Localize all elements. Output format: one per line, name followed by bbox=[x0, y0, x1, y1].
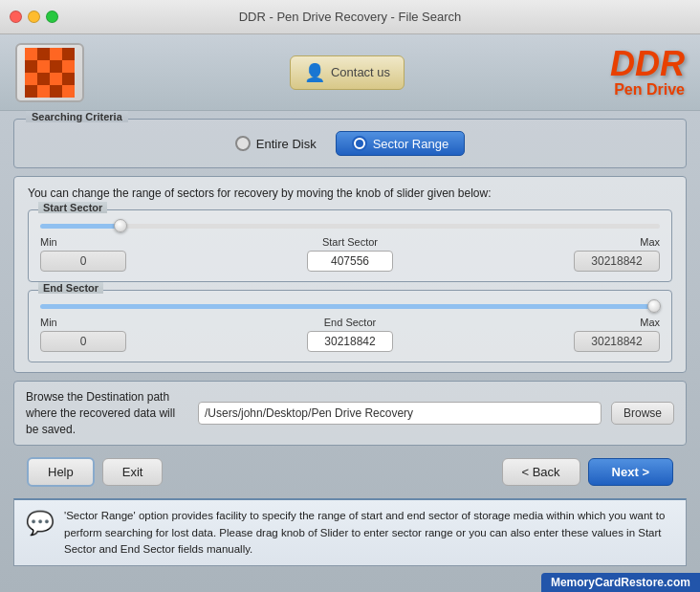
destination-path-display: /Users/john/Desktop/Pen Drive Recovery bbox=[198, 402, 602, 425]
start-value-group: Start Sector bbox=[247, 236, 453, 272]
start-min-label: Min bbox=[40, 236, 247, 248]
end-sector-field-label: End Sector bbox=[324, 317, 376, 328]
contact-label: Contact us bbox=[331, 65, 390, 79]
info-box: 💬 'Sector Range' option provides facilit… bbox=[13, 498, 687, 566]
entire-disk-label: Entire Disk bbox=[256, 137, 317, 151]
end-sector-slider-track[interactable] bbox=[40, 304, 660, 309]
start-sector-knob[interactable] bbox=[114, 219, 127, 232]
watermark: MemoryCardRestore.com bbox=[541, 573, 700, 592]
end-min-input[interactable] bbox=[40, 331, 126, 352]
main-content: 👤 Contact us DDR Pen Drive Searching Cri… bbox=[0, 34, 700, 592]
svg-rect-14 bbox=[37, 85, 50, 98]
start-sector-slider-track[interactable] bbox=[40, 224, 660, 229]
sector-range-button[interactable]: Sector Range bbox=[336, 131, 466, 156]
start-sector-input[interactable] bbox=[307, 251, 393, 272]
sector-info-text: You can change the range of sectors for … bbox=[28, 186, 672, 200]
svg-rect-11 bbox=[50, 73, 62, 85]
search-criteria-section: Searching Criteria Entire Disk Sector Ra… bbox=[13, 119, 687, 168]
bottom-buttons: Help Exit < Back Next > bbox=[13, 453, 687, 491]
svg-rect-8 bbox=[62, 60, 75, 73]
help-button[interactable]: Help bbox=[27, 457, 95, 487]
info-icon: 💬 bbox=[26, 510, 55, 537]
search-criteria-label: Searching Criteria bbox=[26, 111, 128, 122]
end-sector-knob[interactable] bbox=[647, 299, 661, 313]
destination-label: Browse the Destination path where the re… bbox=[26, 389, 188, 437]
browse-button[interactable]: Browse bbox=[611, 402, 674, 425]
brand-sub: Pen Drive bbox=[610, 81, 685, 99]
entire-disk-radio[interactable] bbox=[235, 136, 251, 151]
titlebar: DDR - Pen Drive Recovery - File Search bbox=[0, 0, 700, 34]
svg-rect-3 bbox=[50, 48, 62, 60]
body-panel: Searching Criteria Entire Disk Sector Ra… bbox=[0, 111, 700, 592]
svg-rect-15 bbox=[50, 85, 62, 98]
end-sector-slider-row bbox=[40, 304, 660, 309]
end-min-label: Min bbox=[40, 317, 247, 328]
search-option-row: Entire Disk Sector Range bbox=[30, 131, 670, 156]
start-sector-label: Start Sector bbox=[38, 202, 107, 213]
back-button[interactable]: < Back bbox=[502, 458, 580, 486]
brand: DDR Pen Drive bbox=[610, 47, 685, 99]
maximize-button[interactable] bbox=[46, 11, 58, 23]
close-button[interactable] bbox=[10, 11, 22, 23]
svg-rect-1 bbox=[25, 48, 37, 60]
end-min-group: Min bbox=[40, 317, 247, 352]
info-text: 'Sector Range' option provides facility … bbox=[64, 508, 674, 558]
sector-panel: You can change the range of sectors for … bbox=[13, 176, 687, 373]
header: 👤 Contact us DDR Pen Drive bbox=[0, 34, 700, 111]
svg-rect-12 bbox=[62, 73, 75, 85]
end-sector-fields: Min End Sector Max bbox=[40, 317, 660, 352]
exit-button[interactable]: Exit bbox=[102, 458, 164, 486]
end-sector-label: End Sector bbox=[38, 282, 103, 294]
end-max-group: Max bbox=[453, 317, 660, 352]
svg-rect-7 bbox=[50, 60, 62, 73]
svg-rect-5 bbox=[25, 60, 37, 73]
end-sector-section: End Sector Min End Sector bbox=[28, 290, 672, 362]
sector-range-radio[interactable] bbox=[352, 136, 367, 151]
next-button[interactable]: Next > bbox=[588, 458, 673, 486]
start-min-input[interactable] bbox=[40, 251, 126, 272]
svg-rect-6 bbox=[37, 60, 50, 73]
end-max-label: Max bbox=[640, 317, 660, 328]
sector-range-label: Sector Range bbox=[373, 137, 449, 151]
window-controls bbox=[10, 11, 58, 23]
logo-icon bbox=[25, 48, 75, 98]
svg-rect-10 bbox=[37, 73, 50, 85]
start-sector-section: Start Sector Min Start Sector bbox=[28, 209, 672, 282]
window-title: DDR - Pen Drive Recovery - File Search bbox=[239, 10, 462, 24]
minimize-button[interactable] bbox=[28, 11, 40, 23]
contact-button[interactable]: 👤 Contact us bbox=[290, 55, 405, 90]
start-max-group: Max bbox=[453, 236, 660, 272]
start-max-label: Max bbox=[640, 236, 660, 248]
entire-disk-option[interactable]: Entire Disk bbox=[235, 136, 317, 151]
start-max-input[interactable] bbox=[574, 251, 660, 272]
start-sector-field-label: Start Sector bbox=[322, 236, 378, 248]
contact-icon: 👤 bbox=[304, 62, 325, 83]
svg-rect-16 bbox=[62, 85, 75, 98]
end-max-input[interactable] bbox=[574, 331, 660, 352]
end-value-group: End Sector bbox=[247, 317, 453, 352]
svg-rect-4 bbox=[62, 48, 75, 60]
brand-name: DDR bbox=[610, 47, 685, 81]
svg-rect-13 bbox=[25, 85, 37, 98]
destination-row: Browse the Destination path where the re… bbox=[13, 381, 687, 446]
start-sector-fields: Min Start Sector Max bbox=[40, 236, 660, 272]
app-logo bbox=[15, 43, 84, 102]
end-sector-input[interactable] bbox=[307, 331, 393, 352]
svg-rect-9 bbox=[25, 73, 37, 85]
svg-rect-2 bbox=[37, 48, 50, 60]
start-min-group: Min bbox=[40, 236, 247, 272]
start-sector-slider-row bbox=[40, 224, 660, 229]
